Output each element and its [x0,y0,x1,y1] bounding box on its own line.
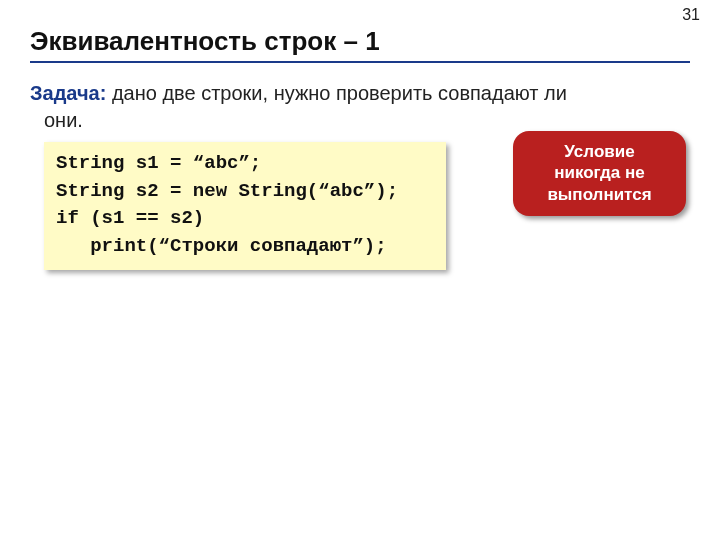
task-label: Задача: [30,82,106,104]
code-line-3: if (s1 == s2) [56,205,434,233]
task-line1: дано две строки, нужно проверить совпада… [106,82,567,104]
warning-callout: Условие никогда не выполнится [513,131,686,216]
callout-line-1: Условие [521,141,678,162]
page-number: 31 [682,6,700,24]
callout-line-2: никогда не [521,162,678,183]
code-line-2: String s2 = new String(“abc”); [56,178,434,206]
slide-title: Эквивалентность строк – 1 [30,26,690,63]
callout-line-3: выполнится [521,184,678,205]
code-line-1: String s1 = “abc”; [56,150,434,178]
code-block: String s1 = “abc”; String s2 = new Strin… [44,142,446,270]
task-text: Задача: дано две строки, нужно проверить… [30,80,690,134]
task-line2: они. [30,107,690,134]
code-line-4: print(“Строки совпадают”); [56,233,434,261]
